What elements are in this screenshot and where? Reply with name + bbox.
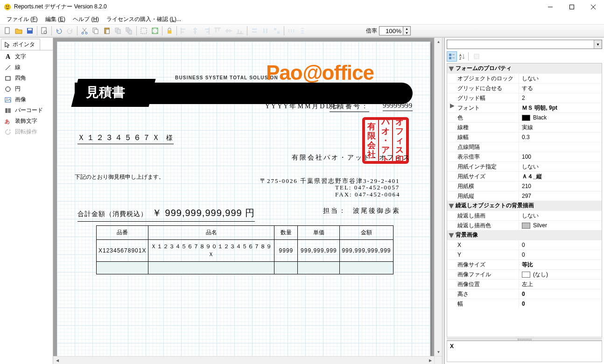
vscroll-track[interactable] [435,46,442,348]
hscroll-left[interactable]: ◀ [53,357,61,364]
prop-repeat-draw[interactable]: 繰返し描画しない [447,210,602,220]
align-right-button[interactable] [201,26,211,36]
prop-img-size[interactable]: 画像サイズ等比 [447,259,602,269]
detail-table[interactable]: 品番 品名 数量 単価 金額 X12345678901X Ｘ１２３４５６７８９０… [96,225,393,274]
cat-bg-image[interactable]: ⯆背景画像 [447,230,602,240]
lock-button[interactable] [164,26,175,36]
undo-button[interactable] [54,26,64,36]
fit-button[interactable] [150,26,160,36]
prop-line-width[interactable]: 線幅0.3 [447,132,602,142]
slogan-text[interactable]: BUSINESS SYSTEM TOTAL SOLUSION [175,75,278,80]
th-qty[interactable]: 数量 [274,226,298,240]
prop-snap[interactable]: グリッドに合せるする [447,83,602,93]
prop-lock[interactable]: オブジェクトのロックしない [447,73,602,83]
company-logo[interactable]: Pao@office [266,61,374,84]
prop-font[interactable]: ⯈フォントＭＳ 明朝, 9pt [447,103,602,112]
date-field[interactable]: YYYY年MM月DD日 [265,102,340,111]
prop-grid-width[interactable]: グリッド幅2 [447,93,602,103]
select-all-button[interactable] [139,26,149,36]
fax[interactable]: FAX: 047-452-0064 [335,191,400,198]
prop-dot-gap[interactable]: 点線間隔 [447,142,602,152]
prop-x[interactable]: X0 [447,240,602,250]
prop-repeat-color[interactable]: 繰返し描画色Silver [447,220,602,230]
tool-circle[interactable]: 円 [0,84,53,94]
prop-inch[interactable]: 用紙インチ指定しない [447,161,602,171]
open-button[interactable] [14,26,24,36]
prop-scale[interactable]: 表示倍率100 [447,152,602,161]
prop-line-style[interactable]: 線種実線 [447,122,602,132]
prop-color[interactable]: 色Black [447,112,602,122]
same-size-button[interactable] [272,26,282,36]
quote-number-value[interactable]: 99999999 [383,102,413,111]
document-title[interactable]: 見積書 [86,84,125,101]
clone-group-button[interactable] [124,26,134,36]
quote-number-label[interactable]: 見積番号： [330,102,369,112]
intro-text[interactable]: 下記のとおり御見積申し上げます。 [75,173,164,181]
cut-button[interactable] [79,26,90,36]
close-button[interactable] [583,0,604,14]
tool-image[interactable]: 画像 [0,94,53,105]
vscroll-up[interactable]: ▲ [435,38,442,46]
same-height-button[interactable] [260,26,271,36]
property-pages-button[interactable] [471,51,482,62]
th-unit[interactable]: 単価 [298,226,340,240]
same-width-button[interactable] [249,26,260,36]
hscroll-track[interactable] [61,357,426,364]
menu-file[interactable]: ファイル (F) [3,14,42,24]
customer-field[interactable]: Ｘ１２３４５６７Ｘ 様 [77,133,174,144]
th-name[interactable]: 品名 [148,226,274,240]
menu-edit[interactable]: 編集 (E) [42,14,69,24]
menu-help[interactable]: ヘルプ (H) [69,14,103,24]
tool-art-text[interactable]: あ装飾文字 [0,116,53,126]
image-icon [4,97,12,103]
tool-barcode[interactable]: バーコード [0,105,53,116]
zoom-spinner[interactable]: ▲▼ [403,26,411,35]
prop-paper-w[interactable]: 用紙横210 [447,181,602,191]
prop-img-file[interactable]: 画像ファイル(なし) [447,269,602,279]
preview-button[interactable] [39,26,49,36]
table-row[interactable] [97,262,393,274]
align-bottom-button[interactable] [235,26,245,36]
menu-license[interactable]: ライセンスの購入・確認 (L)... [103,14,185,24]
cat-form[interactable]: ⯆フォームのプロパティ [447,63,602,73]
save-button[interactable] [25,26,35,36]
hscroll-right[interactable]: ▶ [426,357,434,364]
cat-repeat[interactable]: ⯆繰返しオブジェクトの背景描画 [447,201,602,210]
vscroll-down[interactable]: ▼ [435,348,442,356]
prop-paper-h[interactable]: 用紙縦297 [447,191,602,201]
align-left-button[interactable] [179,26,189,36]
person-in-charge[interactable]: 担当： 波尾後御歩素 [323,207,400,215]
zoom-input[interactable] [379,26,403,35]
prop-paper-size[interactable]: 用紙サイズＡ４_縦 [447,171,602,181]
th-code[interactable]: 品番 [97,226,148,240]
align-center-v-button[interactable] [224,26,234,36]
prop-width[interactable]: 幅0 [447,299,602,308]
table-row[interactable]: X12345678901X Ｘ１２３４５６７８９０１２３４５６７８９Ｘ 9999… [97,240,393,262]
design-canvas[interactable]: BUSINESS SYSTEM TOTAL SOLUSION Pao@offic… [57,42,430,364]
new-button[interactable] [2,26,13,36]
pointer-tab[interactable]: ポインタ [1,39,40,50]
alphabetical-button[interactable]: AZ [457,51,467,62]
th-amount[interactable]: 金額 [340,226,393,240]
minimize-button[interactable] [540,0,561,14]
object-selector[interactable]: ▼ [447,40,602,49]
total-amount[interactable]: 合計金額（消費税込） ￥ 999,999,999,999 円 [77,207,255,222]
distribute-v-button[interactable] [297,26,308,36]
tel[interactable]: TEL: 047-452-0057 [335,184,400,191]
copy-button[interactable] [91,26,101,36]
align-top-button[interactable] [212,26,223,36]
distribute-h-button[interactable] [286,26,296,36]
categorize-button[interactable] [447,51,457,62]
redo-button[interactable] [65,26,75,36]
tool-rect[interactable]: 四角 [0,73,53,84]
prop-height[interactable]: 高さ0 [447,289,602,299]
maximize-button[interactable] [561,0,583,14]
paste-button[interactable] [102,26,112,36]
prop-y[interactable]: Y0 [447,250,602,259]
clone-button[interactable] [113,26,123,36]
align-center-h-button[interactable] [190,26,200,36]
tool-line[interactable]: 線 [0,62,53,73]
tool-text[interactable]: A文字 [0,51,53,62]
company-name[interactable]: 有限会社パオ・アット・オフィス [292,154,411,162]
prop-img-pos[interactable]: 画像位置左上 [447,279,602,289]
